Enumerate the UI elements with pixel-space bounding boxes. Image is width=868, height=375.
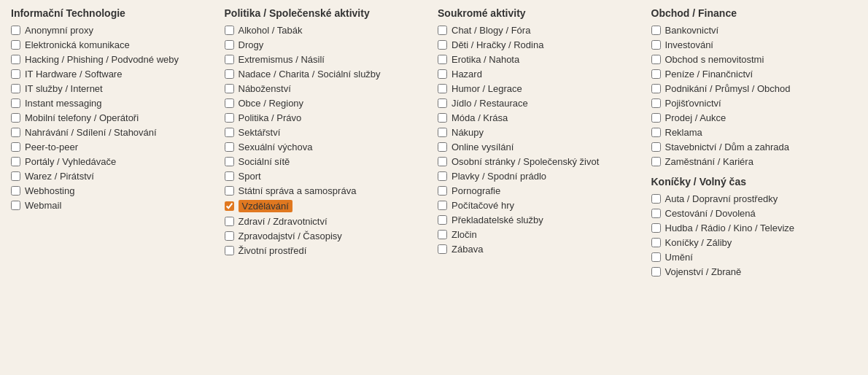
checkbox-input[interactable] bbox=[438, 215, 447, 225]
checkbox-input[interactable] bbox=[225, 113, 234, 123]
checkbox-input[interactable] bbox=[438, 157, 447, 166]
checkbox-input[interactable] bbox=[225, 98, 234, 108]
list-item[interactable]: Pojišťovnictví bbox=[651, 98, 850, 109]
list-item[interactable]: Cestování / Dovolená bbox=[651, 208, 850, 219]
list-item[interactable]: Auta / Dopravní prostředky bbox=[651, 193, 850, 204]
list-item[interactable]: Anonymní proxy bbox=[11, 25, 210, 36]
list-item[interactable]: Koníčky / Záliby bbox=[651, 237, 850, 248]
checkbox-input[interactable] bbox=[438, 40, 447, 50]
list-item[interactable]: Sociální sítě bbox=[225, 156, 424, 167]
list-item[interactable]: Sport bbox=[225, 171, 424, 182]
checkbox-input[interactable] bbox=[225, 217, 234, 226]
checkbox-input[interactable] bbox=[438, 55, 447, 64]
list-item[interactable]: Investování bbox=[651, 39, 850, 50]
list-item[interactable]: Hazard bbox=[438, 69, 637, 80]
list-item[interactable]: Mobilní telefony / Operátoři bbox=[11, 112, 210, 123]
checkbox-input[interactable] bbox=[11, 84, 20, 93]
checkbox-input[interactable] bbox=[438, 113, 447, 123]
list-item[interactable]: Politika / Právo bbox=[225, 112, 424, 123]
checkbox-input[interactable] bbox=[651, 238, 661, 247]
checkbox-input[interactable] bbox=[651, 267, 661, 277]
list-item[interactable]: Bankovnictví bbox=[651, 25, 850, 36]
checkbox-input[interactable] bbox=[11, 142, 20, 152]
checkbox-input[interactable] bbox=[651, 252, 661, 262]
list-item[interactable]: Webmail bbox=[11, 200, 210, 211]
checkbox-input[interactable] bbox=[651, 128, 661, 137]
list-item[interactable]: Obce / Regiony bbox=[225, 98, 424, 109]
list-item[interactable]: Zločin bbox=[438, 229, 637, 240]
checkbox-input[interactable] bbox=[11, 26, 20, 35]
checkbox-input[interactable] bbox=[11, 157, 20, 166]
list-item[interactable]: Drogy bbox=[225, 39, 424, 50]
list-item[interactable]: Sektářství bbox=[225, 127, 424, 138]
list-item[interactable]: Obchod s nemovitostmi bbox=[651, 54, 850, 65]
checkbox-input[interactable] bbox=[11, 69, 20, 79]
checkbox-input[interactable] bbox=[438, 171, 447, 181]
checkbox-input[interactable] bbox=[225, 84, 234, 93]
checkbox-input[interactable] bbox=[651, 209, 661, 218]
list-item[interactable]: Státní správa a samospráva bbox=[225, 185, 424, 196]
checkbox-input[interactable] bbox=[438, 201, 447, 210]
list-item[interactable]: Hacking / Phishing / Podvodné weby bbox=[11, 54, 210, 65]
list-item[interactable]: Nákupy bbox=[438, 127, 637, 138]
list-item[interactable]: Alkohol / Tabák bbox=[225, 25, 424, 36]
checkbox-input[interactable] bbox=[438, 26, 447, 35]
list-item[interactable]: Umění bbox=[651, 252, 850, 263]
checkbox-input[interactable] bbox=[438, 98, 447, 108]
list-item[interactable]: Zpravodajství / Časopisy bbox=[225, 231, 424, 241]
list-item[interactable]: Podnikání / Průmysl / Obchod bbox=[651, 83, 850, 94]
checkbox-input[interactable] bbox=[651, 84, 661, 93]
list-item[interactable]: IT Hardware / Software bbox=[11, 69, 210, 80]
checkbox-input[interactable] bbox=[225, 201, 234, 211]
checkbox-input[interactable] bbox=[651, 157, 661, 166]
list-item[interactable]: Sexuální výchova bbox=[225, 142, 424, 152]
list-item[interactable]: Warez / Pirátství bbox=[11, 171, 210, 182]
checkbox-input[interactable] bbox=[225, 128, 234, 137]
list-item[interactable]: Zaměstnání / Kariéra bbox=[651, 156, 850, 167]
list-item[interactable]: Osobní stránky / Společenský život bbox=[438, 156, 637, 167]
list-item[interactable]: Reklama bbox=[651, 127, 850, 138]
checkbox-input[interactable] bbox=[225, 171, 234, 181]
checkbox-input[interactable] bbox=[11, 201, 20, 210]
checkbox-input[interactable] bbox=[438, 186, 447, 196]
checkbox-input[interactable] bbox=[11, 186, 20, 196]
checkbox-input[interactable] bbox=[225, 142, 234, 152]
checkbox-input[interactable] bbox=[225, 186, 234, 196]
list-item[interactable]: Náboženství bbox=[225, 83, 424, 94]
checkbox-input[interactable] bbox=[438, 69, 447, 79]
list-item[interactable]: Humor / Legrace bbox=[438, 83, 637, 94]
list-item[interactable]: Vzdělávání bbox=[225, 200, 424, 212]
list-item[interactable]: Zdraví / Zdravotnictví bbox=[225, 216, 424, 227]
list-item[interactable]: Překladatelské služby bbox=[438, 214, 637, 225]
list-item[interactable]: Erotika / Nahota bbox=[438, 54, 637, 65]
checkbox-input[interactable] bbox=[11, 128, 20, 137]
list-item[interactable]: IT služby / Internet bbox=[11, 83, 210, 94]
checkbox-input[interactable] bbox=[438, 128, 447, 137]
list-item[interactable]: Počítačové hry bbox=[438, 200, 637, 211]
checkbox-input[interactable] bbox=[651, 98, 661, 108]
list-item[interactable]: Peníze / Finančnictví bbox=[651, 69, 850, 80]
checkbox-input[interactable] bbox=[11, 40, 20, 50]
list-item[interactable]: Zábava bbox=[438, 244, 637, 255]
checkbox-input[interactable] bbox=[225, 40, 234, 50]
checkbox-input[interactable] bbox=[651, 40, 661, 50]
list-item[interactable]: Nahrávání / Sdílení / Stahování bbox=[11, 127, 210, 138]
checkbox-input[interactable] bbox=[651, 26, 661, 35]
list-item[interactable]: Elektronická komunikace bbox=[11, 39, 210, 50]
list-item[interactable]: Chat / Blogy / Fóra bbox=[438, 25, 637, 36]
list-item[interactable]: Peer-to-peer bbox=[11, 142, 210, 152]
list-item[interactable]: Stavebnictví / Dům a zahrada bbox=[651, 142, 850, 152]
checkbox-input[interactable] bbox=[438, 244, 447, 254]
list-item[interactable]: Instant messaging bbox=[11, 98, 210, 109]
checkbox-input[interactable] bbox=[438, 84, 447, 93]
checkbox-input[interactable] bbox=[11, 55, 20, 64]
checkbox-input[interactable] bbox=[651, 113, 661, 123]
list-item[interactable]: Děti / Hračky / Rodina bbox=[438, 39, 637, 50]
list-item[interactable]: Plavky / Spodní prádlo bbox=[438, 171, 637, 182]
list-item[interactable]: Životní prostředí bbox=[225, 245, 424, 256]
list-item[interactable]: Portály / Vyhledávače bbox=[11, 156, 210, 167]
list-item[interactable]: Móda / Krása bbox=[438, 112, 637, 123]
list-item[interactable]: Webhosting bbox=[11, 185, 210, 196]
checkbox-input[interactable] bbox=[651, 223, 661, 233]
checkbox-input[interactable] bbox=[11, 171, 20, 181]
